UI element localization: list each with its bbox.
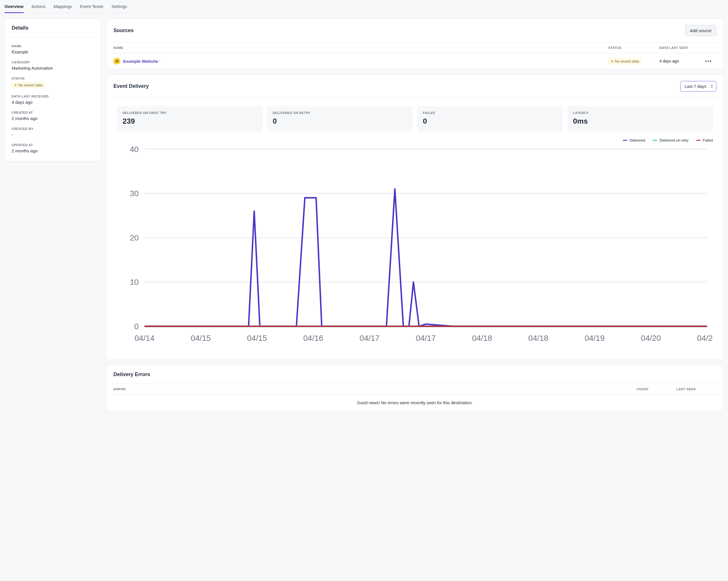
svg-text:40: 40 — [130, 145, 138, 154]
col-last: DATA LAST SENT — [659, 46, 705, 50]
event-delivery-card: Event Delivery Last 7 days DELIVERED ON … — [106, 75, 724, 360]
stat-label: FAILED — [423, 111, 557, 114]
event-delivery-title: Event Delivery — [113, 83, 149, 89]
errors-empty-message: Good news! No errors were recently seen … — [107, 395, 723, 411]
source-link[interactable]: Example Website › — [123, 59, 160, 64]
more-icon[interactable]: ••• — [705, 58, 712, 64]
source-last-sent: 4 days ago — [659, 59, 705, 63]
status-badge-text: No recent data — [18, 83, 42, 87]
col-count: COUNT — [637, 388, 677, 391]
stat-latency: LATENCY 0ms — [567, 106, 713, 131]
detail-status-label: STATUS — [12, 77, 94, 80]
detail-datalast-value: 4 days ago — [12, 100, 94, 105]
source-row: JS Example Website › No recent data 4 da… — [107, 53, 723, 69]
stat-value: 239 — [123, 117, 257, 126]
detail-createdat-label: CREATED AT — [12, 111, 94, 114]
stat-delivered-first: DELIVERED ON FIRST TRY 239 — [117, 106, 262, 131]
sources-title: Sources — [113, 28, 134, 33]
js-icon: JS — [113, 58, 120, 64]
tab-actions[interactable]: Actions — [31, 0, 46, 13]
status-dot-icon — [15, 84, 17, 86]
detail-createdat-value: 2 months ago — [12, 116, 94, 121]
stats-row: DELIVERED ON FIRST TRY 239 DELIVERED ON … — [107, 98, 723, 133]
stat-value: 0 — [423, 117, 557, 126]
delivery-errors-title: Delivery Errors — [113, 371, 150, 377]
legend-line-icon — [653, 140, 657, 141]
date-range-value: Last 7 days — [684, 84, 706, 89]
svg-text:04/18: 04/18 — [472, 334, 492, 343]
svg-text:04/18: 04/18 — [528, 334, 548, 343]
stat-label: LATENCY — [573, 111, 707, 114]
source-status-text: No recent data — [615, 59, 639, 63]
stat-value: 0 — [273, 117, 407, 126]
svg-text:04/21: 04/21 — [697, 334, 713, 343]
detail-updatedat-value: 2 months ago — [12, 149, 94, 153]
stat-label: DELIVERED ON RETRY — [273, 111, 407, 114]
legend-delivered: Delivered — [623, 138, 645, 142]
source-name-text: Example Website — [123, 59, 158, 64]
stat-value: 0ms — [573, 117, 707, 126]
sources-card: Sources Add source NAME STATUS DATA LAST… — [106, 19, 724, 69]
delivery-chart: 01020304004/1404/1504/1504/1604/1704/170… — [107, 143, 723, 360]
detail-createdby-label: CREATED BY — [12, 127, 94, 130]
details-title: Details — [12, 25, 28, 31]
svg-text:04/20: 04/20 — [641, 334, 661, 343]
chart-legend: Delivered Delivered on retry Failed — [107, 133, 723, 143]
detail-name-label: NAME — [12, 44, 94, 48]
svg-text:04/17: 04/17 — [416, 334, 436, 343]
svg-text:10: 10 — [130, 278, 138, 287]
details-card: Details NAME Example CATEGORY Marketing … — [4, 19, 101, 161]
detail-category-label: CATEGORY — [12, 60, 94, 64]
legend-failed: Failed — [696, 138, 713, 142]
status-badge: No recent data — [12, 82, 45, 88]
chart-svg: 01020304004/1404/1504/1504/1604/1704/170… — [117, 145, 713, 348]
legend-line-icon — [623, 140, 627, 141]
svg-text:04/17: 04/17 — [360, 334, 379, 343]
col-name: NAME — [113, 46, 608, 50]
svg-text:20: 20 — [130, 233, 138, 242]
stat-delivered-retry: DELIVERED ON RETRY 0 — [267, 106, 413, 131]
add-source-button[interactable]: Add source — [685, 25, 716, 36]
detail-datalast-label: DATA LAST RECEIVED — [12, 95, 94, 98]
select-caret-icon — [710, 84, 713, 88]
delivery-errors-card: Delivery Errors ERROR COUNT LAST SEEN Go… — [106, 365, 724, 411]
tab-mappings[interactable]: Mappings — [53, 0, 72, 13]
source-status-badge: No recent data — [608, 58, 642, 64]
col-error: ERROR — [113, 388, 637, 391]
legend-retry: Delivered on retry — [653, 138, 689, 142]
tab-bar: Overview Actions Mappings Event Tester S… — [0, 0, 728, 14]
detail-updatedat-label: UPDATED AT — [12, 143, 94, 147]
svg-text:30: 30 — [130, 189, 138, 198]
col-last-seen: LAST SEEN — [677, 388, 716, 391]
svg-text:0: 0 — [134, 322, 139, 331]
stat-failed: FAILED 0 — [417, 106, 563, 131]
detail-name-value: Example — [12, 50, 94, 54]
legend-line-icon — [696, 140, 701, 141]
col-status: STATUS — [608, 46, 659, 50]
tab-settings[interactable]: Settings — [111, 0, 127, 13]
chevron-right-icon: › — [159, 59, 160, 63]
svg-text:04/14: 04/14 — [134, 334, 154, 343]
detail-category-value: Marketing Automation — [12, 65, 94, 71]
svg-text:04/16: 04/16 — [303, 334, 323, 343]
status-dot-icon — [611, 60, 613, 62]
svg-text:04/15: 04/15 — [247, 334, 267, 343]
errors-table-header: ERROR COUNT LAST SEEN — [107, 384, 723, 395]
detail-createdby-value: - — [12, 132, 94, 137]
tab-overview[interactable]: Overview — [4, 0, 24, 13]
svg-text:04/19: 04/19 — [585, 334, 604, 343]
sources-table-header: NAME STATUS DATA LAST SENT — [107, 43, 723, 53]
svg-text:04/15: 04/15 — [191, 334, 211, 343]
stat-label: DELIVERED ON FIRST TRY — [123, 111, 257, 114]
tab-event-tester[interactable]: Event Tester — [80, 0, 104, 13]
date-range-select[interactable]: Last 7 days — [680, 81, 716, 91]
